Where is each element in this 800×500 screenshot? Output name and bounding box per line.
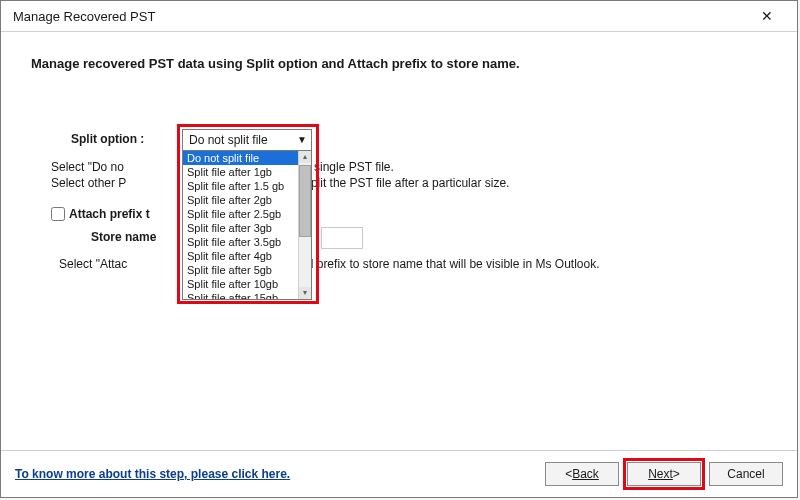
scroll-thumb[interactable] (299, 165, 311, 237)
attach-prefix-label: Attach prefix t (69, 207, 150, 221)
content-area: Manage recovered PST data using Split op… (1, 32, 797, 497)
split-option-selected-text: Do not split file (189, 133, 268, 147)
store-name-label: Store name (91, 230, 156, 244)
cancel-button-label: Cancel (727, 467, 764, 481)
footer-bar: To know more about this step, please cli… (1, 450, 797, 497)
dropdown-scrollbar[interactable]: ▴ ▾ (298, 151, 311, 299)
split-option-item[interactable]: Split file after 2gb (183, 193, 301, 207)
prefix-desc-line: Select "Attac ption to add prefix to sto… (59, 257, 600, 271)
close-icon[interactable]: ✕ (747, 2, 787, 30)
chevron-down-icon[interactable]: ▼ (297, 135, 307, 145)
split-option-item[interactable]: Split file after 10gb (183, 277, 301, 291)
next-button-label: Next (648, 467, 673, 481)
split-option-item[interactable]: Do not split file (183, 151, 301, 165)
split-option-item[interactable]: Split file after 2.5gb (183, 207, 301, 221)
scroll-down-icon[interactable]: ▾ (299, 287, 311, 299)
split-option-dropdown: Do not split fileSplit file after 1gbSpl… (182, 151, 312, 300)
split-option-combo[interactable]: Do not split file ▼ Do not split fileSpl… (182, 129, 312, 300)
attach-prefix-row: Attach prefix t (51, 207, 150, 221)
titlebar: Manage Recovered PST ✕ (1, 1, 797, 32)
split-option-label: Split option : (71, 132, 144, 146)
split-option-item[interactable]: Split file after 4gb (183, 249, 301, 263)
cancel-button[interactable]: Cancel (709, 462, 783, 486)
dialog-window: Manage Recovered PST ✕ Manage recovered … (0, 0, 798, 498)
next-button[interactable]: Next > (627, 462, 701, 486)
split-option-item[interactable]: Split file after 3.5gb (183, 235, 301, 249)
page-heading: Manage recovered PST data using Split op… (31, 56, 767, 71)
help-link[interactable]: To know more about this step, please cli… (15, 467, 290, 481)
store-name-input[interactable] (321, 227, 363, 249)
back-button[interactable]: < Back (545, 462, 619, 486)
split-option-item[interactable]: Split file after 15gb (183, 291, 301, 300)
split-option-selected[interactable]: Do not split file ▼ (182, 129, 312, 151)
split-option-item[interactable]: Split file after 1gb (183, 165, 301, 179)
attach-prefix-checkbox[interactable] (51, 207, 65, 221)
split-option-item[interactable]: Split file after 1.5 gb (183, 179, 301, 193)
window-title: Manage Recovered PST (13, 9, 155, 24)
back-button-label: Back (572, 467, 599, 481)
scroll-up-icon[interactable]: ▴ (299, 151, 311, 163)
split-option-item[interactable]: Split file after 3gb (183, 221, 301, 235)
split-option-item[interactable]: Split file after 5gb (183, 263, 301, 277)
